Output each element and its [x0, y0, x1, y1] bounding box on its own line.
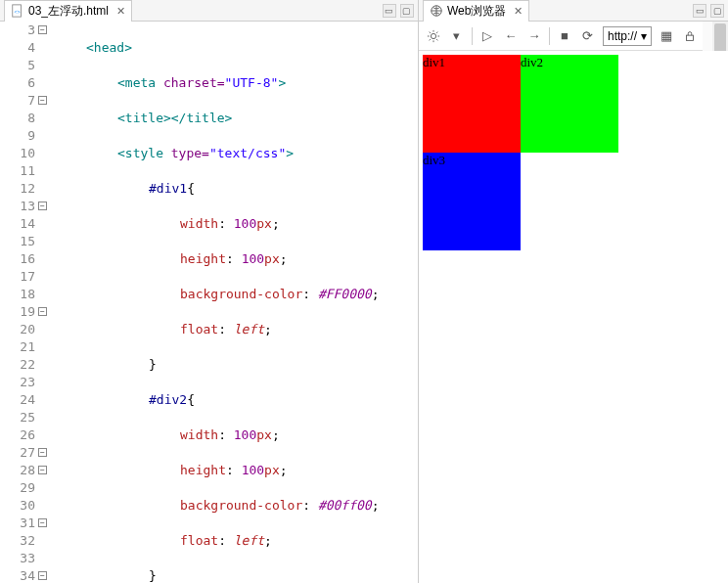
chevron-down-icon[interactable]: ▾ [448, 27, 466, 45]
editor-pane: <> 03_左浮动.html ✕ ▭ ▢ 3− 4 5 6 7− 8 9 10 … [0, 0, 419, 583]
preview-div2: div2 [521, 55, 618, 153]
line-number-gutter: 3− 4 5 6 7− 8 9 10 11 12 13− 14 15 16 17… [0, 22, 39, 583]
browser-tab-bar: Web浏览器 ✕ ▭ ▢ [419, 0, 728, 22]
close-icon[interactable]: ✕ [116, 5, 125, 18]
fold-icon[interactable]: − [38, 25, 47, 34]
chevron-down-icon: ▾ [641, 29, 647, 43]
preview-div1: div1 [423, 55, 521, 153]
browser-viewport: div1 div2 div3 [419, 51, 728, 583]
grid-icon[interactable]: ▦ [658, 27, 675, 45]
globe-icon [430, 4, 443, 18]
forward-icon[interactable]: → [525, 27, 543, 45]
fold-icon[interactable]: − [38, 466, 47, 474]
gear-icon[interactable] [425, 27, 442, 45]
code-content[interactable]: <head> <meta charset="UTF-8"> <title></t… [55, 22, 418, 583]
refresh-icon[interactable]: ⟳ [579, 27, 597, 45]
browser-tab[interactable]: Web浏览器 ✕ [423, 0, 529, 22]
fold-icon[interactable]: − [38, 96, 47, 105]
editor-tab-bar: <> 03_左浮动.html ✕ ▭ ▢ [0, 0, 418, 22]
lock-icon[interactable] [681, 27, 699, 45]
preview-div3: div3 [423, 153, 521, 250]
browser-toolbar: ▾ ▷ ← → ■ ⟳ http:// ▾ ▦ → [419, 22, 728, 51]
minimize-icon[interactable]: ▭ [693, 4, 706, 18]
fold-icon[interactable]: − [38, 202, 47, 210]
editor-tab[interactable]: <> 03_左浮动.html ✕ [4, 0, 132, 22]
maximize-icon[interactable]: ▢ [400, 4, 414, 18]
minimize-icon[interactable]: ▭ [383, 4, 396, 18]
back-icon[interactable]: ← [502, 27, 520, 45]
svg-point-3 [431, 33, 435, 38]
maximize-icon[interactable]: ▢ [710, 4, 724, 18]
editor-tab-label: 03_左浮动.html [28, 3, 109, 20]
html-file-icon: <> [11, 4, 24, 18]
svg-rect-4 [687, 35, 694, 40]
open-url-icon[interactable]: ▷ [478, 27, 496, 45]
browser-pane: Web浏览器 ✕ ▭ ▢ ▾ ▷ ← → ■ ⟳ http:// ▾ ▦ → [419, 0, 728, 583]
url-protocol-select[interactable]: http:// ▾ [603, 26, 652, 46]
svg-text:<>: <> [15, 9, 21, 15]
stop-icon[interactable]: ■ [556, 27, 573, 45]
close-icon[interactable]: ✕ [514, 5, 523, 18]
url-scheme-label: http:// [608, 29, 637, 43]
fold-icon[interactable]: − [38, 571, 47, 580]
fold-icon[interactable]: − [38, 518, 47, 527]
browser-tab-label: Web浏览器 [447, 3, 506, 20]
fold-icon[interactable]: − [38, 307, 47, 316]
fold-icon[interactable]: − [38, 448, 47, 457]
code-editor[interactable]: 3− 4 5 6 7− 8 9 10 11 12 13− 14 15 16 17… [0, 22, 418, 583]
